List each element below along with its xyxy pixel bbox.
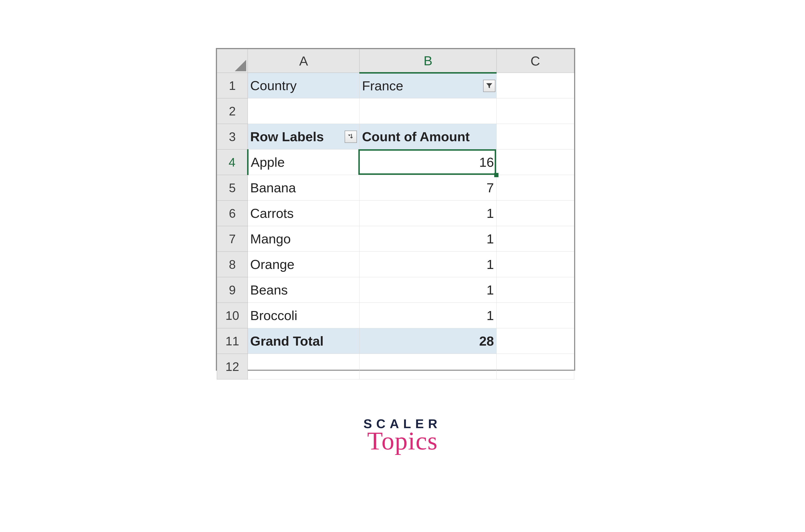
sort-dropdown-icon[interactable] [345, 131, 357, 143]
cell-B8[interactable]: 1 [360, 252, 496, 277]
col-header-B[interactable]: B [360, 49, 496, 73]
cell-A7[interactable]: Mango [248, 226, 360, 252]
cell-C4[interactable] [496, 150, 574, 175]
row-header-6[interactable]: 6 [217, 201, 248, 226]
cell-B7[interactable]: 1 [360, 226, 496, 252]
cell-C8[interactable] [496, 252, 574, 277]
row-header-3[interactable]: 3 [217, 124, 248, 150]
row-header-10[interactable]: 10 [217, 303, 248, 328]
cell-A3[interactable]: Row Labels [248, 124, 360, 150]
row-header-8[interactable]: 8 [217, 252, 248, 277]
row-header-11[interactable]: 11 [217, 328, 248, 354]
cell-C9[interactable] [496, 277, 574, 303]
cell-C10[interactable] [496, 303, 574, 328]
cell-B2[interactable] [360, 98, 496, 124]
col-header-C[interactable]: C [496, 49, 574, 73]
cell-B1[interactable]: France [360, 73, 496, 98]
logo-line2: Topics [363, 426, 441, 456]
cell-A1[interactable]: Country [248, 73, 360, 98]
spreadsheet[interactable]: A B C 1 Country France 2 [217, 49, 574, 370]
cell-C1[interactable] [496, 73, 574, 98]
fill-handle[interactable] [494, 173, 498, 177]
row-header-7[interactable]: 7 [217, 226, 248, 252]
cell-C6[interactable] [496, 201, 574, 226]
branding-logo: SCALER Topics [363, 416, 441, 456]
cell-A4[interactable]: Apple [248, 150, 360, 175]
cell-B12[interactable] [360, 354, 496, 379]
cell-B10[interactable]: 1 [360, 303, 496, 328]
cell-C11[interactable] [496, 328, 574, 354]
cell-C7[interactable] [496, 226, 574, 252]
cell-C3[interactable] [496, 124, 574, 150]
cell-A11[interactable]: Grand Total [248, 328, 360, 354]
cell-C5[interactable] [496, 175, 574, 201]
row-labels-header: Row Labels [250, 129, 324, 144]
row-header-9[interactable]: 9 [217, 277, 248, 303]
cell-B5[interactable]: 7 [360, 175, 496, 201]
grid: A B C 1 Country France 2 [217, 49, 574, 379]
cell-B6[interactable]: 1 [360, 201, 496, 226]
cell-A5[interactable]: Banana [248, 175, 360, 201]
cell-A6[interactable]: Carrots [248, 201, 360, 226]
row-header-5[interactable]: 5 [217, 175, 248, 201]
select-all-corner[interactable] [217, 49, 248, 73]
cell-B4[interactable]: 16 [360, 150, 496, 175]
spreadsheet-frame: A B C 1 Country France 2 [216, 48, 575, 371]
row-header-2[interactable]: 2 [217, 98, 248, 124]
cell-A10[interactable]: Broccoli [248, 303, 360, 328]
filter-value: France [362, 78, 403, 93]
cell-A12[interactable] [248, 354, 360, 379]
col-header-A[interactable]: A [248, 49, 360, 73]
row-header-12[interactable]: 12 [217, 354, 248, 379]
row-header-1[interactable]: 1 [217, 73, 248, 98]
cell-A9[interactable]: Beans [248, 277, 360, 303]
cell-A8[interactable]: Orange [248, 252, 360, 277]
filter-icon[interactable] [483, 80, 495, 92]
row-header-4[interactable]: 4 [217, 150, 248, 175]
cell-B11[interactable]: 28 [360, 328, 496, 354]
cell-A2[interactable] [248, 98, 360, 124]
cell-B9[interactable]: 1 [360, 277, 496, 303]
cell-B3[interactable]: Count of Amount [360, 124, 496, 150]
cell-C2[interactable] [496, 98, 574, 124]
cell-C12[interactable] [496, 354, 574, 379]
